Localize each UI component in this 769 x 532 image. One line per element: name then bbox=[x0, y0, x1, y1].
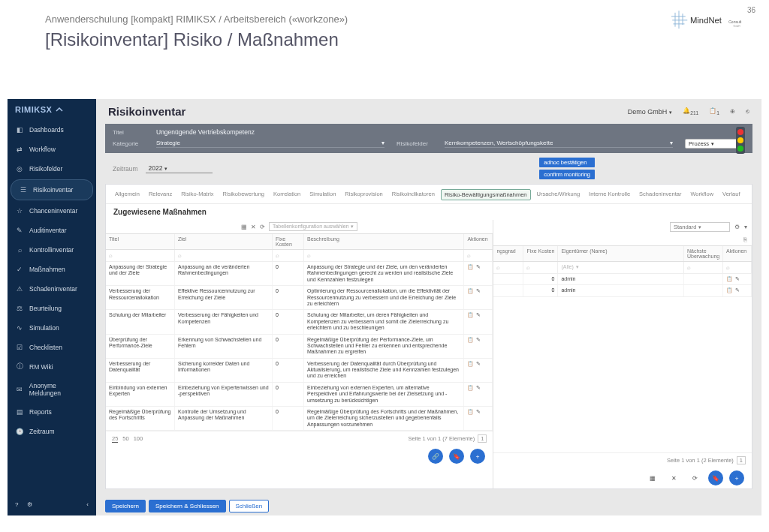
close-icon[interactable]: ✕ bbox=[666, 470, 681, 485]
sidebar-item-audit[interactable]: ✎Auditinventar bbox=[8, 221, 96, 240]
row-copy-icon[interactable]: 📋 bbox=[467, 409, 474, 428]
tab-6[interactable]: Risikoprovision bbox=[342, 189, 385, 200]
sidebar-item-sim[interactable]: ∿Simulation bbox=[8, 318, 96, 338]
col-header[interactable]: Titel bbox=[106, 234, 175, 249]
row-copy-icon[interactable]: 📋 bbox=[467, 337, 474, 356]
standard-select[interactable]: Standard bbox=[670, 222, 730, 232]
row-copy-icon[interactable]: 📋 bbox=[467, 361, 474, 380]
col-header-r[interactable]: Aktionen bbox=[723, 246, 752, 261]
tasks-icon[interactable]: 📋1 bbox=[709, 107, 719, 116]
sidebar-item-wiki[interactable]: ⓘRM Wiki bbox=[8, 357, 96, 377]
tab-0[interactable]: Allgemein bbox=[112, 189, 143, 200]
row-copy-icon[interactable]: 📋 bbox=[467, 312, 474, 331]
sidebar-item-reports[interactable]: ▤Reports bbox=[8, 402, 96, 422]
tab-1[interactable]: Relevanz bbox=[146, 189, 175, 200]
sidebar-item-control[interactable]: ⌕Kontrollinventar bbox=[8, 240, 96, 260]
page-size-50[interactable]: 50 bbox=[122, 435, 128, 442]
category-select[interactable]: Strategie▾ bbox=[156, 140, 384, 148]
notifications-icon[interactable]: 🔔211 bbox=[683, 107, 698, 116]
col-header[interactable]: Aktionen bbox=[464, 234, 493, 249]
sidebar-item-measures[interactable]: ✓Maßnahmen bbox=[8, 260, 96, 279]
close-button[interactable]: Schließen bbox=[229, 500, 270, 512]
tab-10[interactable]: Interne Kontrolle bbox=[586, 189, 633, 200]
refresh-right-icon[interactable]: ⟳ bbox=[687, 470, 702, 485]
tab-11[interactable]: Schadeninventar bbox=[636, 189, 684, 200]
row-edit-icon[interactable]: ✎ bbox=[476, 288, 481, 307]
tab-5[interactable]: Simulation bbox=[306, 189, 339, 200]
collapse-icon[interactable]: ‹ bbox=[86, 501, 89, 508]
col-header-r[interactable]: ngsgrad bbox=[493, 246, 523, 261]
sidebar-item-check[interactable]: ☑Checklisten bbox=[8, 338, 96, 357]
tab-9[interactable]: Ursache/Wirkung bbox=[534, 189, 584, 200]
col-header-r[interactable]: Fixe Kosten bbox=[523, 246, 558, 261]
tab-13[interactable]: Verlauf bbox=[719, 189, 743, 200]
tag-button[interactable]: 🔖 bbox=[449, 449, 464, 464]
row-edit-icon[interactable]: ✎ bbox=[476, 409, 481, 428]
grid-toggle-icon[interactable]: ▦ bbox=[645, 470, 660, 485]
col-filter[interactable] bbox=[175, 250, 273, 261]
tab-4[interactable]: Korrelation bbox=[270, 189, 303, 200]
tab-12[interactable]: Workflow bbox=[687, 189, 716, 200]
col-header[interactable]: Ziel bbox=[175, 234, 273, 249]
logout-icon[interactable]: ⎋ bbox=[746, 108, 749, 115]
col-filter-r[interactable]: (Alle) bbox=[558, 262, 684, 273]
row-copy-icon[interactable]: 📋 bbox=[467, 264, 474, 283]
adhoc-confirm-button[interactable]: adhoc bestätigen bbox=[539, 158, 595, 167]
row-edit-icon[interactable]: ✎ bbox=[476, 385, 481, 404]
row-edit-icon[interactable]: ✎ bbox=[476, 361, 481, 380]
add-button[interactable]: ＋ bbox=[470, 449, 485, 464]
row-copy-icon[interactable]: 📋 bbox=[467, 288, 474, 307]
table-config-select[interactable]: Tabellenkonfiguration auswählen bbox=[269, 222, 358, 231]
gear-icon[interactable]: ⚙ bbox=[734, 224, 740, 230]
link-button[interactable]: 🔗 bbox=[428, 449, 443, 464]
col-filter-r[interactable] bbox=[493, 262, 523, 273]
tag-right-button[interactable]: 🔖 bbox=[708, 470, 723, 485]
settings-icon[interactable]: ⚙ bbox=[27, 501, 32, 508]
page-size-25[interactable]: 25 bbox=[112, 435, 118, 443]
tab-7[interactable]: Risikoindikatoren bbox=[389, 189, 438, 200]
sidebar-item-inventory[interactable]: ☰Risikoinventar bbox=[11, 179, 93, 200]
col-header[interactable]: Fixe Kosten bbox=[273, 234, 304, 249]
riskfield-select[interactable]: Kernkompetenzen, Wertschöpfungskette▾ bbox=[445, 140, 673, 148]
confirm-monitoring-button[interactable]: confirm monitoring bbox=[539, 170, 595, 179]
sidebar-item-assess[interactable]: ⚖Beurteilung bbox=[8, 299, 96, 318]
sidebar-item-risk[interactable]: ◎Risikofelder bbox=[8, 159, 96, 179]
row-edit-icon[interactable]: ✎ bbox=[476, 337, 481, 356]
row-edit-icon[interactable]: ✎ bbox=[735, 276, 740, 282]
sidebar-item-chance[interactable]: ☆Chanceninventar bbox=[8, 201, 96, 221]
tab-8[interactable]: Risiko-Bewältigungsmaßnahmen bbox=[441, 189, 531, 200]
col-filter-r[interactable] bbox=[684, 262, 723, 273]
col-filter-r[interactable] bbox=[523, 262, 558, 273]
sidebar-item-damage[interactable]: ⚠Schadeninventar bbox=[8, 279, 96, 299]
row-copy-icon[interactable]: 📋 bbox=[726, 287, 733, 293]
sidebar-item-workflow[interactable]: ⇄Workflow bbox=[8, 140, 96, 159]
help-icon[interactable]: ? bbox=[15, 501, 18, 508]
sidebar-item-period[interactable]: 🕑Zeitraum bbox=[8, 422, 96, 441]
col-filter-r[interactable] bbox=[723, 262, 752, 273]
row-copy-icon[interactable]: 📋 bbox=[726, 276, 733, 282]
col-filter[interactable] bbox=[106, 250, 175, 261]
pager-page-right[interactable]: 1 bbox=[737, 456, 746, 464]
col-header-r[interactable]: Eigentümer (Name) bbox=[558, 246, 684, 261]
tab-2[interactable]: Risiko-Matrix bbox=[178, 189, 216, 200]
grid-icon[interactable]: ▦ bbox=[241, 224, 247, 230]
col-header[interactable]: Beschreibung bbox=[304, 234, 464, 249]
row-edit-icon[interactable]: ✎ bbox=[476, 264, 481, 283]
sidebar-item-anon[interactable]: ✉Anonyme Meldungen bbox=[8, 377, 96, 402]
add-right-button[interactable]: ＋ bbox=[729, 470, 744, 485]
page-size-100[interactable]: 100 bbox=[134, 435, 143, 442]
col-filter[interactable] bbox=[273, 250, 304, 261]
sidebar-item-dashboard[interactable]: ◧Dashboards bbox=[8, 120, 96, 140]
col-filter[interactable] bbox=[304, 250, 464, 261]
pager-page[interactable]: 1 bbox=[478, 434, 487, 443]
save-button[interactable]: Speichern bbox=[105, 500, 146, 512]
row-edit-icon[interactable]: ✎ bbox=[735, 287, 740, 293]
row-edit-icon[interactable]: ✎ bbox=[476, 312, 481, 331]
col-header-r[interactable]: Nächste Überwachung bbox=[684, 246, 723, 261]
org-icon[interactable]: ⊕ bbox=[730, 108, 735, 115]
col-filter[interactable] bbox=[464, 250, 493, 261]
refresh-icon[interactable]: ⟳ bbox=[260, 224, 265, 230]
export-icon[interactable]: ⎘ bbox=[743, 236, 747, 243]
close-grid-icon[interactable]: ✕ bbox=[251, 224, 256, 230]
company-selector[interactable]: Demo GmbH bbox=[628, 108, 673, 116]
